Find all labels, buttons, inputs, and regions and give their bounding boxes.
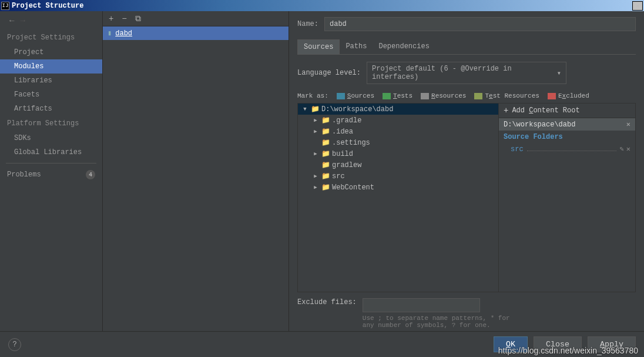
tree-item-label: src: [332, 172, 345, 181]
module-folder-icon: ▮: [108, 29, 112, 38]
dots: [527, 151, 616, 151]
source-folders-header: Source Folders: [499, 131, 635, 144]
folder-icon: 📁: [321, 161, 330, 169]
source-folder-actions: ✎ ✕: [620, 145, 630, 154]
titlebar: IJ Project Structure ✕: [0, 0, 644, 11]
add-content-root[interactable]: + Add Content Root: [499, 104, 635, 118]
tree-item-label: gradlew: [332, 161, 361, 169]
tree-item[interactable]: ▶📁build: [298, 148, 498, 159]
module-tabs: Sources Paths Dependencies: [297, 39, 636, 55]
remove-icon[interactable]: −: [122, 14, 126, 24]
sidebar-item-problems[interactable]: Problems 4: [0, 167, 102, 182]
name-row: Name:: [297, 17, 636, 31]
main-area: ← → Project Settings Project Modules Lib…: [0, 11, 644, 331]
mark-test-resources[interactable]: Test Resources: [474, 92, 539, 99]
source-folder-item[interactable]: src ✎ ✕: [499, 144, 635, 155]
exclude-files-label: Exclude files:: [297, 298, 357, 306]
expand-icon[interactable]: ▶: [312, 184, 319, 191]
module-list-panel: + − ⧉ ▮ dabd: [103, 11, 289, 331]
tree-item[interactable]: 📁gradlew: [298, 159, 498, 171]
name-label: Name:: [297, 20, 318, 28]
ok-button[interactable]: OK: [494, 336, 528, 352]
tree-item[interactable]: ▶📁.gradle: [298, 115, 498, 126]
copy-icon[interactable]: ⧉: [135, 14, 141, 24]
section-project-settings: Project Settings: [0, 30, 102, 45]
problems-label: Problems: [7, 171, 41, 179]
problems-count-badge: 4: [86, 170, 95, 179]
expand-icon[interactable]: ▼: [301, 106, 308, 112]
language-level-label: Language level:: [297, 69, 361, 77]
tree-root-label: D:\workspace\dabd: [321, 105, 393, 114]
back-arrow-icon[interactable]: ←: [9, 16, 14, 25]
sidebar-item-project[interactable]: Project: [0, 45, 102, 59]
tab-sources[interactable]: Sources: [297, 39, 340, 54]
folder-icon: 📁: [321, 183, 330, 192]
language-level-row: Language level: Project default (6 - @Ov…: [297, 62, 636, 84]
separator: [6, 163, 96, 164]
folder-tree[interactable]: ▼ 📁 D:\workspace\dabd ▶📁.gradle▶📁.idea📁.…: [297, 103, 499, 292]
expand-icon[interactable]: ▶: [312, 173, 319, 179]
sidebar-item-modules[interactable]: Modules: [0, 59, 102, 74]
close-icon[interactable]: ✕: [632, 1, 643, 11]
help-button[interactable]: ?: [8, 338, 21, 351]
add-icon[interactable]: +: [109, 14, 113, 24]
module-item-dabd[interactable]: ▮ dabd: [103, 26, 289, 40]
tree-item-label: .gradle: [332, 116, 361, 125]
folder-icon: 📁: [321, 127, 330, 136]
swatch-icon: [421, 93, 429, 99]
sidebar-item-global-libraries[interactable]: Global Libraries: [0, 145, 102, 159]
tree-item[interactable]: 📁.settings: [298, 137, 498, 148]
mark-as-row: Mark as: Sources Tests Resources Test Re…: [297, 92, 636, 99]
section-platform-settings: Platform Settings: [0, 116, 102, 131]
remove-content-root-icon[interactable]: ✕: [626, 120, 630, 129]
chevron-down-icon: ▾: [557, 69, 561, 78]
edit-icon[interactable]: ✎: [620, 145, 624, 154]
sidebar-item-libraries[interactable]: Libraries: [0, 74, 102, 88]
content-split: ▼ 📁 D:\workspace\dabd ▶📁.gradle▶📁.idea📁.…: [297, 103, 636, 292]
tab-dependencies[interactable]: Dependencies: [373, 39, 435, 54]
expand-icon[interactable]: ▶: [312, 128, 319, 135]
source-folder-label: src: [511, 145, 524, 154]
mark-resources[interactable]: Resources: [421, 92, 466, 99]
mark-tests[interactable]: Tests: [383, 92, 412, 99]
plus-icon: +: [504, 106, 508, 115]
nav-history: ← →: [0, 16, 102, 30]
tree-root[interactable]: ▼ 📁 D:\workspace\dabd: [298, 104, 498, 115]
swatch-icon: [548, 93, 556, 99]
forward-arrow-icon[interactable]: →: [20, 16, 25, 25]
apply-button[interactable]: Apply: [588, 336, 636, 352]
expand-icon[interactable]: ▶: [312, 151, 319, 157]
content-root-path[interactable]: D:\workspace\dabd ✕: [499, 118, 635, 131]
tree-item[interactable]: ▶📁.idea: [298, 126, 498, 137]
name-input[interactable]: [324, 17, 636, 31]
module-name-label: dabd: [115, 29, 132, 38]
folder-icon: 📁: [321, 116, 330, 125]
folder-icon: 📁: [321, 138, 330, 147]
tree-item-label: .idea: [332, 128, 353, 136]
mark-sources[interactable]: Sources: [337, 92, 374, 99]
tab-paths[interactable]: Paths: [340, 39, 373, 54]
sidebar-item-artifacts[interactable]: Artifacts: [0, 102, 102, 116]
language-level-select[interactable]: Project default (6 - @Override in interf…: [367, 62, 566, 84]
tree-item-label: WebContent: [332, 183, 374, 192]
remove-icon[interactable]: ✕: [626, 145, 630, 154]
swatch-icon: [383, 93, 391, 99]
folder-icon: 📁: [321, 172, 330, 181]
cancel-button[interactable]: Close: [534, 336, 582, 352]
swatch-icon: [474, 93, 482, 99]
module-toolbar: + − ⧉: [103, 11, 289, 26]
tree-item[interactable]: ▶📁src: [298, 171, 498, 182]
expand-icon[interactable]: ▶: [312, 117, 319, 124]
mark-excluded[interactable]: Excluded: [548, 92, 589, 99]
tree-item-label: build: [332, 150, 353, 158]
dialog-footer: ? OK Close Apply: [0, 331, 644, 357]
content-root-panel: + Add Content Root D:\workspace\dabd ✕ S…: [499, 103, 636, 292]
exclude-files-input[interactable]: [363, 298, 480, 312]
sidebar-item-sdks[interactable]: SDKs: [0, 131, 102, 145]
window-title: Project Structure: [12, 2, 632, 10]
tree-item[interactable]: ▶📁WebContent: [298, 182, 498, 193]
mark-as-label: Mark as:: [297, 92, 328, 99]
app-icon: IJ: [1, 2, 9, 10]
language-level-value: Project default (6 - @Override in interf…: [372, 65, 557, 81]
sidebar-item-facets[interactable]: Facets: [0, 88, 102, 102]
